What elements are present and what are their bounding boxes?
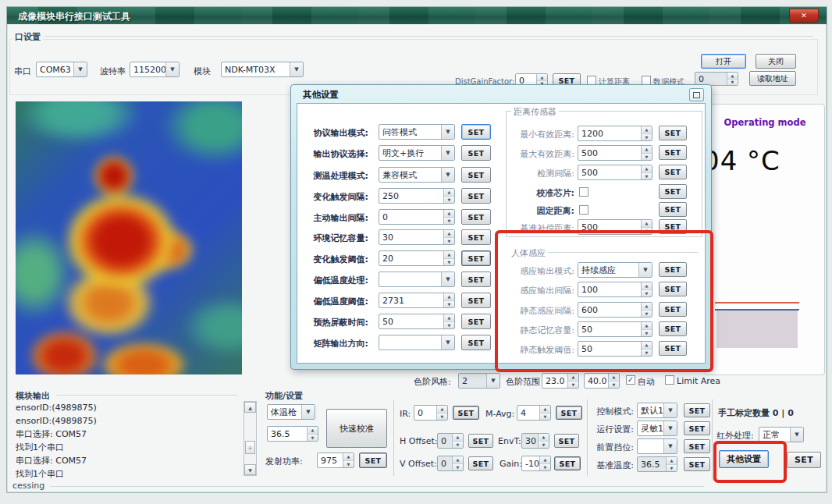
title-bar[interactable]: 成像模块串行接口测试工具 ✕ xyxy=(7,7,827,24)
spinner-arrows-icon[interactable] xyxy=(641,146,652,160)
sense-output-interval-spinner[interactable]: 100 xyxy=(578,282,652,297)
front-gear-select[interactable] xyxy=(637,438,677,454)
open-port-button[interactable]: 打开 xyxy=(701,54,746,69)
spinner-arrows-icon[interactable] xyxy=(666,457,677,471)
quick-calibration-button[interactable]: 快速校准 xyxy=(326,409,387,448)
close-port-button[interactable]: 关闭 xyxy=(756,54,796,69)
mavg-spinner[interactable]: 4 xyxy=(517,405,551,421)
module-select[interactable]: NDK-MT03X xyxy=(221,62,304,77)
spinner-arrows-icon[interactable] xyxy=(539,406,550,420)
vertical-scrollbar[interactable]: ▲ ≡ ▼ xyxy=(244,401,257,476)
voffset-set-button[interactable]: SET xyxy=(468,456,493,470)
temp-process-mode-select[interactable]: 兼容模式 xyxy=(379,167,455,183)
spinner-arrows-icon[interactable] xyxy=(343,453,354,467)
spinner-arrows-icon[interactable] xyxy=(443,293,454,307)
emission-power-set-button[interactable]: SET xyxy=(359,453,387,468)
ir-set-button[interactable]: SET xyxy=(453,406,479,420)
scrollbar-thumb[interactable]: ≡ xyxy=(245,441,255,454)
spinner-arrows-icon[interactable] xyxy=(641,165,652,179)
spinner-arrows-icon[interactable] xyxy=(307,427,318,441)
read-address-button[interactable]: 读取地址 xyxy=(749,71,796,86)
protocol-output-mode-select[interactable]: 问答模式 xyxy=(379,124,455,140)
set-button[interactable]: SET xyxy=(461,209,491,225)
fixed-distance-checkbox[interactable] xyxy=(579,205,588,215)
spinner-arrows-icon[interactable] xyxy=(443,210,454,224)
set-button[interactable]: SET xyxy=(659,126,687,140)
func-mode-select[interactable]: 体温枪 xyxy=(267,404,315,420)
set-button[interactable]: SET xyxy=(659,282,687,296)
matrix-output-direction-select[interactable] xyxy=(379,335,455,350)
change-trigger-threshold-spinner[interactable]: 20 xyxy=(379,250,455,266)
spinner-arrows-icon[interactable] xyxy=(443,251,454,265)
baud-select[interactable]: 115200 xyxy=(130,62,180,77)
static-sense-interval-spinner[interactable]: 600 xyxy=(578,302,652,318)
hoffset-set-button[interactable]: SET xyxy=(468,434,493,448)
run-setting-set-button[interactable]: SET xyxy=(684,421,710,435)
spinner-arrows-icon[interactable] xyxy=(452,434,463,448)
run-setting-select[interactable]: 灵敏1 xyxy=(637,421,677,436)
low-temp-threshold-spinner[interactable]: 2731 xyxy=(379,293,455,308)
set-button[interactable]: SET xyxy=(461,124,491,140)
scroll-down-icon[interactable]: ▼ xyxy=(244,464,256,475)
set-button[interactable]: SET xyxy=(659,302,687,317)
voffset-spinner[interactable]: 0 xyxy=(437,456,464,471)
auto-scale-checkbox[interactable] xyxy=(626,375,635,385)
set-button[interactable]: SET xyxy=(659,219,687,234)
spinner-arrows-icon[interactable] xyxy=(443,314,454,328)
spinner-arrows-icon[interactable] xyxy=(641,220,652,234)
spinner-arrows-icon[interactable] xyxy=(641,303,652,317)
other-settings-button[interactable]: 其他设置 xyxy=(719,450,769,468)
gain-spinner[interactable]: -10 xyxy=(521,456,551,471)
low-temp-process-select[interactable] xyxy=(379,272,455,287)
spinner-arrows-icon[interactable] xyxy=(641,282,652,296)
set-button[interactable]: SET xyxy=(461,188,491,204)
spinner-arrows-icon[interactable] xyxy=(452,456,463,470)
spinner-arrows-icon[interactable] xyxy=(608,374,619,388)
set-button[interactable]: SET xyxy=(659,321,687,336)
manual-set-button[interactable]: SET xyxy=(787,452,821,468)
set-button[interactable]: SET xyxy=(461,272,491,287)
set-button[interactable]: SET xyxy=(659,165,687,179)
set-button[interactable]: SET xyxy=(461,293,491,308)
spinner-arrows-icon[interactable] xyxy=(443,189,454,203)
scroll-up-icon[interactable]: ▲ xyxy=(244,402,256,413)
set-button[interactable]: SET xyxy=(461,229,491,245)
env-memory-spinner[interactable]: 30 xyxy=(379,229,455,245)
front-gear-set-button[interactable]: SET xyxy=(684,439,710,453)
spinner-arrows-icon[interactable] xyxy=(539,456,550,470)
base-offset-distance-spinner[interactable]: 500 xyxy=(578,219,652,235)
max-distance-spinner[interactable]: 500 xyxy=(578,145,652,161)
static-trigger-threshold-spinner[interactable]: 50 xyxy=(578,341,652,357)
set-button[interactable]: SET xyxy=(659,184,687,199)
envt-spinner[interactable]: 30 xyxy=(521,433,549,449)
active-output-interval-spinner[interactable]: 0 xyxy=(379,209,455,225)
spinner-arrows-icon[interactable] xyxy=(641,322,652,336)
hoffset-spinner[interactable]: 0 xyxy=(437,433,464,449)
func-temp-spinner[interactable]: 36.5 xyxy=(267,426,318,442)
scale-min-spinner[interactable]: 23.0 xyxy=(542,373,579,389)
change-trigger-interval-spinner[interactable]: 250 xyxy=(379,188,455,204)
emission-power-spinner[interactable]: 975 xyxy=(317,453,354,468)
mavg-set-button[interactable]: SET xyxy=(556,406,582,420)
ir-spinner[interactable]: 0 xyxy=(414,405,448,421)
set-button[interactable]: SET xyxy=(461,335,491,350)
ctrl-mode-set-button[interactable]: SET xyxy=(684,403,710,417)
set-button[interactable]: SET xyxy=(461,250,491,266)
set-button[interactable]: SET xyxy=(461,145,491,161)
min-distance-spinner[interactable]: 1200 xyxy=(578,126,652,141)
base-temp-spinner[interactable]: 36.5 xyxy=(637,456,677,472)
set-button[interactable]: SET xyxy=(659,262,687,277)
set-button[interactable]: SET xyxy=(659,145,687,160)
detect-interval-spinner[interactable]: 500 xyxy=(578,165,652,180)
close-icon[interactable]: ✕ xyxy=(789,9,819,23)
set-button[interactable]: SET xyxy=(659,202,687,217)
ir-process-select[interactable]: 正常 xyxy=(759,427,804,442)
spinner-arrows-icon[interactable] xyxy=(538,434,549,448)
spinner-arrows-icon[interactable] xyxy=(567,374,578,388)
spinner-arrows-icon[interactable] xyxy=(641,126,652,140)
base-temp-set-button[interactable]: SET xyxy=(684,457,710,471)
gain-set-button[interactable]: SET xyxy=(554,456,581,470)
envt-set-button[interactable]: SET xyxy=(554,434,579,448)
scale-max-spinner[interactable]: 40.0 xyxy=(584,373,620,389)
port-select[interactable]: COM63 xyxy=(36,62,87,77)
